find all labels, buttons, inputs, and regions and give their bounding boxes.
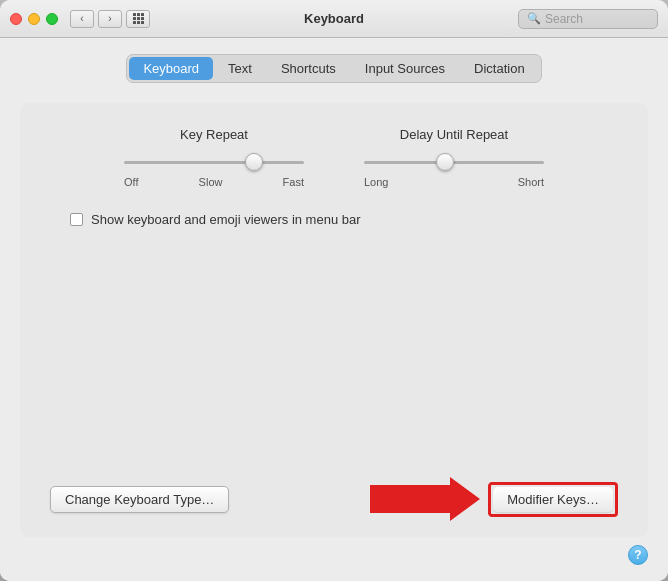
delay-repeat-range-labels: Long Short [364, 176, 544, 188]
close-button[interactable] [10, 13, 22, 25]
key-repeat-off-label: Off [124, 176, 138, 188]
forward-button[interactable]: › [98, 10, 122, 28]
titlebar: ‹ › Keyboard 🔍 [0, 0, 668, 38]
sliders-row: Key Repeat Off Slow Fast Delay Until Rep… [50, 127, 618, 188]
key-repeat-label: Key Repeat [180, 127, 248, 142]
tab-shortcuts[interactable]: Shortcuts [267, 57, 350, 80]
tab-container: Keyboard Text Shortcuts Input Sources Di… [126, 54, 541, 83]
search-input[interactable] [545, 12, 649, 26]
window-title: Keyboard [304, 11, 364, 26]
change-keyboard-button[interactable]: Change Keyboard Type… [50, 486, 229, 513]
back-icon: ‹ [80, 13, 83, 24]
delay-repeat-thumb[interactable] [436, 153, 454, 171]
checkbox-row: Show keyboard and emoji viewers in menu … [70, 212, 618, 227]
window: ‹ › Keyboard 🔍 Keyboard Text Sho [0, 0, 668, 581]
modifier-keys-highlight: Modifier Keys… [488, 482, 618, 517]
arrow-annotation: Modifier Keys… [370, 477, 618, 521]
forward-icon: › [108, 13, 111, 24]
tab-input-sources[interactable]: Input Sources [351, 57, 459, 80]
help-button[interactable]: ? [628, 545, 648, 565]
key-repeat-group: Key Repeat Off Slow Fast [114, 127, 314, 188]
tab-bar: Keyboard Text Shortcuts Input Sources Di… [20, 54, 648, 83]
arrow-body [370, 485, 450, 513]
nav-buttons: ‹ › [70, 10, 122, 28]
content-area: Keyboard Text Shortcuts Input Sources Di… [0, 38, 668, 581]
red-arrow [370, 477, 480, 521]
search-icon: 🔍 [527, 12, 541, 25]
back-button[interactable]: ‹ [70, 10, 94, 28]
maximize-button[interactable] [46, 13, 58, 25]
key-repeat-track [124, 161, 304, 164]
grid-icon [133, 13, 144, 24]
tab-text[interactable]: Text [214, 57, 266, 80]
traffic-lights [10, 13, 58, 25]
key-repeat-fast-label: Fast [283, 176, 304, 188]
search-box[interactable]: 🔍 [518, 9, 658, 29]
grid-button[interactable] [126, 10, 150, 28]
keyboard-panel: Key Repeat Off Slow Fast Delay Until Rep… [20, 103, 648, 537]
delay-repeat-group: Delay Until Repeat Long Short [354, 127, 554, 188]
key-repeat-slow-label: Slow [199, 176, 223, 188]
delay-repeat-label: Delay Until Repeat [400, 127, 508, 142]
delay-short-label: Short [518, 176, 544, 188]
tab-dictation[interactable]: Dictation [460, 57, 539, 80]
minimize-button[interactable] [28, 13, 40, 25]
key-repeat-thumb[interactable] [245, 153, 263, 171]
arrow-head [450, 477, 480, 521]
key-repeat-range-labels: Off Slow Fast [124, 176, 304, 188]
modifier-keys-button[interactable]: Modifier Keys… [493, 487, 613, 512]
tab-keyboard[interactable]: Keyboard [129, 57, 213, 80]
bottom-bar: Change Keyboard Type… Modifier Keys… [50, 461, 618, 521]
key-repeat-slider[interactable] [124, 152, 304, 172]
delay-long-label: Long [364, 176, 388, 188]
delay-repeat-track [364, 161, 544, 164]
emoji-viewer-label: Show keyboard and emoji viewers in menu … [91, 212, 361, 227]
delay-repeat-slider[interactable] [364, 152, 544, 172]
emoji-viewer-checkbox[interactable] [70, 213, 83, 226]
